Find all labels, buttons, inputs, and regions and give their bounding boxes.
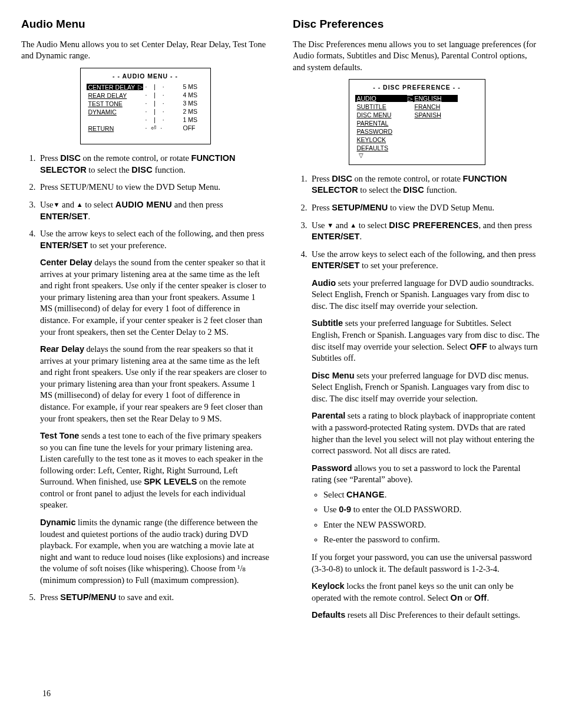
setup-menu-label: SETUP/MENU xyxy=(60,592,116,602)
step: Use ▼ and ▲ to select DISC PREFERENCES, … xyxy=(309,220,541,243)
body-text: resets all Disc Preferences to their def… xyxy=(345,610,520,620)
step: Use▼ and ▲ to select AUDIO MENU and then… xyxy=(38,199,269,222)
osd-value: 1 MS xyxy=(183,117,204,123)
osd-value: 2 MS xyxy=(183,108,204,115)
osd-item: KEYLOCK xyxy=(357,136,386,143)
disc-osd-title: - - DISC PREFERENCE - - xyxy=(355,84,479,91)
osd-item: AUDIO xyxy=(357,95,376,102)
osd-item: SUBTITLE xyxy=(357,103,386,110)
osd-item: DISC MENU xyxy=(357,111,392,118)
off-label: Off xyxy=(474,593,487,602)
down-arrow-icon: ▼ xyxy=(327,221,333,230)
change-label: CHANGE xyxy=(346,490,385,499)
rear-delay-heading: Rear Delay xyxy=(40,344,84,354)
keylock-heading: Keylock xyxy=(312,581,345,591)
step: Press SETUP/MENU to save and exit. xyxy=(38,592,269,604)
osd-item: PARENTAL xyxy=(357,120,389,127)
osd-value: FRANCH xyxy=(415,103,441,110)
left-column: Audio Menu The Audio Menu allows you to … xyxy=(21,17,269,627)
list-item: Re-enter the password to confirm. xyxy=(323,534,541,546)
caret-right-icon: ▷ xyxy=(137,84,143,90)
dynamic-heading: Dynamic xyxy=(40,518,75,527)
caret-right-icon: ▷ xyxy=(407,95,413,102)
audio-steps: Press DISC on the remote control, or rot… xyxy=(21,153,269,604)
disc-fn-label: DISC xyxy=(403,185,424,195)
step: Press SETUP/MENU to view the DVD Setup M… xyxy=(38,182,269,193)
body-text: delays the sound from the center speaker… xyxy=(40,258,266,336)
disc-pref-heading: Disc Preferences xyxy=(293,17,541,32)
osd-item: RETURN xyxy=(88,125,114,132)
down-arrow-icon: ▽ xyxy=(355,153,363,159)
up-arrow-icon: ▲ xyxy=(77,200,83,209)
body-text: sets your preferred language for DVD aud… xyxy=(312,278,534,311)
page-number: 16 xyxy=(42,689,51,700)
audio-menu-heading: Audio Menu xyxy=(21,17,269,32)
osd-value: 5 MS xyxy=(183,84,204,90)
step: Press SETUP/MENU to view the DVD Setup M… xyxy=(309,202,541,214)
setup-menu-label: SETUP/MENU xyxy=(332,203,388,212)
body-text: delays the sound from the rear speakers … xyxy=(40,344,267,423)
step: Press DISC on the remote control, or rot… xyxy=(38,153,269,176)
digits-label: 0-9 xyxy=(339,505,351,514)
disc-label: DISC xyxy=(332,174,352,183)
parental-heading: Parental xyxy=(312,411,345,420)
enter-set-label: ENTER/SET xyxy=(312,232,359,241)
enter-set-label: ENTER/SET xyxy=(40,241,88,250)
osd-value: 4 MS xyxy=(183,92,204,98)
osd-value: OFF xyxy=(183,125,204,131)
audio-osd-figure: - - AUDIO MENU - - CENTER DELAY ▷ · | · … xyxy=(21,68,269,145)
password-note: If you forget your password, you can use… xyxy=(312,552,541,575)
disc-label: DISC xyxy=(60,153,81,163)
audio-heading: Audio xyxy=(312,278,336,288)
osd-value: SPANISH xyxy=(415,111,441,118)
audio-osd-title: - - AUDIO MENU - - xyxy=(87,73,204,80)
step: Use the arrow keys to select each of the… xyxy=(309,249,541,621)
disc-steps: Press DISC on the remote control, or rot… xyxy=(293,173,541,621)
osd-item: REAR DELAY xyxy=(88,92,127,99)
right-column: Disc Preferences The Disc Preferences me… xyxy=(293,17,541,627)
defaults-heading: Defaults xyxy=(312,610,345,620)
disc-pref-label: DISC PREFERENCES xyxy=(389,220,478,230)
list-item: Select CHANGE. xyxy=(323,489,541,501)
disc-intro: The Disc Preferences menu allows you to … xyxy=(293,39,541,74)
audio-menu-label: AUDIO MENU xyxy=(115,200,172,209)
list-item: Enter the NEW PASSWORD. xyxy=(323,519,541,531)
password-steps: Select CHANGE. Use 0-9 to enter the OLD … xyxy=(312,489,541,546)
enter-set-label: ENTER/SET xyxy=(40,212,88,221)
disc-osd-figure: - - DISC PREFERENCE - - AUDIO ▷ ENGLISH … xyxy=(293,79,541,165)
body-text: limits the dynamic range (the difference… xyxy=(40,518,269,585)
osd-item: TEST TONE xyxy=(88,100,123,107)
osd-item: PASSWORD xyxy=(357,128,392,135)
test-tone-heading: Test Tone xyxy=(40,431,79,440)
enter-set-label: ENTER/SET xyxy=(312,261,359,270)
step: Press DISC on the remote control, or rot… xyxy=(309,173,541,196)
list-item: Use 0-9 to enter the OLD PASSWORD. xyxy=(323,504,541,516)
password-heading: Password xyxy=(312,463,352,473)
spk-levels-label: SPK LEVELS xyxy=(144,477,197,486)
off-label: OFF xyxy=(470,342,487,351)
step: Use the arrow keys to select each of the… xyxy=(38,228,269,586)
osd-item: DEFAULTS xyxy=(357,144,388,151)
down-arrow-icon: ▼ xyxy=(54,200,60,209)
osd-item: CENTER DELAY xyxy=(88,84,135,91)
body-text: sets a rating to block playback of inapp… xyxy=(312,411,535,455)
up-arrow-icon: ▲ xyxy=(350,221,356,230)
on-label: On xyxy=(451,593,463,602)
subtitle-heading: Subtitle xyxy=(312,318,343,328)
center-delay-heading: Center Delay xyxy=(40,258,92,267)
disc-menu-heading: Disc Menu xyxy=(312,371,355,380)
audio-intro: The Audio Menu allows you to set Center … xyxy=(21,39,269,62)
osd-item: DYNAMIC xyxy=(88,108,117,116)
osd-value: 3 MS xyxy=(183,100,204,107)
osd-value: ENGLISH xyxy=(415,95,442,102)
disc-fn-label: DISC xyxy=(131,165,153,174)
